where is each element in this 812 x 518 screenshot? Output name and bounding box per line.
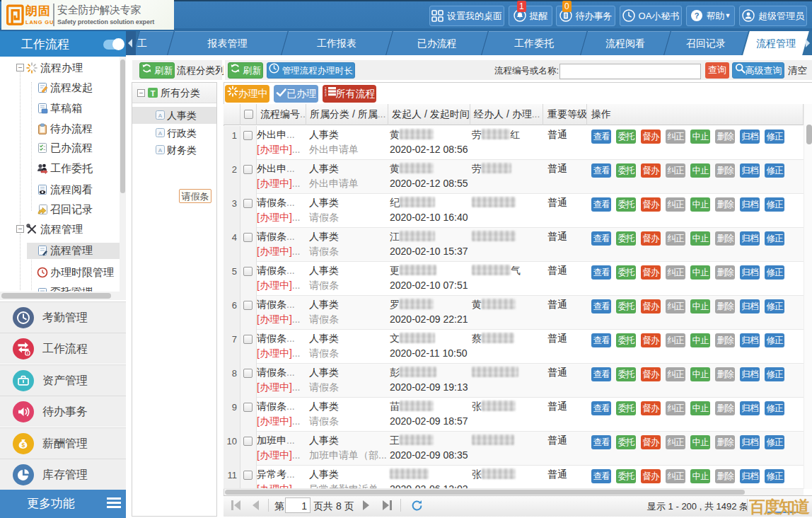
svg-text:3: 3 [325,93,327,97]
svg-text:A: A [158,113,163,119]
svg-text:?: ? [694,11,699,20]
svg-text:T: T [151,89,156,98]
svg-text:A: A [158,130,163,137]
svg-text:A: A [158,147,163,154]
svg-text:$: $ [22,442,25,449]
